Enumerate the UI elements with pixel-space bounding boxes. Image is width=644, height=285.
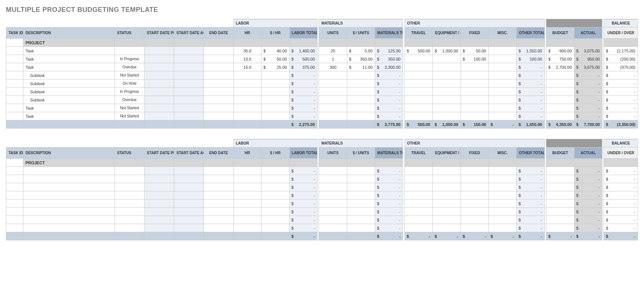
cell[interactable]: 7,700.00 <box>574 120 602 129</box>
cell[interactable]: - <box>546 232 574 240</box>
cell[interactable]: - <box>574 183 602 191</box>
cell[interactable]: 150.00 <box>461 120 488 129</box>
hr-cell[interactable] <box>233 80 261 88</box>
cell[interactable] <box>461 104 488 112</box>
taskid-cell[interactable] <box>6 55 23 63</box>
cell[interactable]: - <box>604 104 638 112</box>
cell[interactable]: - <box>289 175 317 183</box>
cell[interactable]: - <box>517 200 544 208</box>
cell[interactable]: - <box>574 232 602 240</box>
cell[interactable]: - <box>517 104 544 112</box>
start-actual-cell[interactable] <box>174 96 204 104</box>
cell[interactable] <box>488 80 516 88</box>
units-cell[interactable] <box>319 96 347 104</box>
start-planned-cell[interactable] <box>144 88 174 96</box>
description-cell[interactable] <box>23 208 115 216</box>
cell[interactable] <box>347 112 375 120</box>
cell[interactable] <box>546 175 574 183</box>
cell[interactable]: - <box>604 88 638 96</box>
start-planned-cell[interactable] <box>144 47 174 55</box>
cell[interactable] <box>461 200 488 208</box>
hr-cell[interactable] <box>233 224 261 232</box>
status-cell[interactable]: Complete <box>115 47 144 55</box>
start-actual-cell[interactable] <box>174 63 204 71</box>
cell[interactable] <box>461 112 488 120</box>
cell[interactable] <box>461 183 488 191</box>
cell[interactable]: - <box>375 232 403 240</box>
description-cell[interactable] <box>23 183 115 191</box>
start-actual-cell[interactable] <box>174 167 204 175</box>
cell[interactable]: 1,550.00 <box>517 47 544 55</box>
cell[interactable]: - <box>433 232 461 240</box>
cell[interactable]: - <box>289 88 317 96</box>
hr-cell[interactable]: 15.0 <box>233 63 261 71</box>
cell[interactable] <box>261 167 289 175</box>
cell[interactable]: - <box>517 63 544 71</box>
hr-cell[interactable] <box>233 175 261 183</box>
start-actual-cell[interactable] <box>174 200 204 208</box>
status-cell[interactable] <box>115 175 144 183</box>
description-cell[interactable] <box>23 175 115 183</box>
cell[interactable]: - <box>604 224 638 232</box>
taskid-cell[interactable] <box>6 80 23 88</box>
status-cell[interactable] <box>115 167 144 175</box>
cell[interactable] <box>546 200 574 208</box>
cell[interactable] <box>433 88 461 96</box>
cell[interactable] <box>433 80 461 88</box>
start-actual-cell[interactable] <box>174 183 204 191</box>
start-planned-cell[interactable] <box>144 80 174 88</box>
cell[interactable] <box>261 96 289 104</box>
hr-cell[interactable] <box>233 167 261 175</box>
cell[interactable] <box>404 71 432 80</box>
cell[interactable] <box>433 191 461 200</box>
cell[interactable]: - <box>517 167 544 175</box>
units-cell[interactable] <box>319 167 347 175</box>
cell[interactable] <box>347 224 375 232</box>
start-actual-cell[interactable] <box>174 80 204 88</box>
end-date-cell[interactable] <box>204 167 233 175</box>
cell[interactable] <box>461 71 488 80</box>
cell[interactable] <box>488 208 516 216</box>
hr-cell[interactable] <box>233 88 261 96</box>
taskid-cell[interactable] <box>6 104 23 112</box>
description-cell[interactable] <box>23 216 115 224</box>
cell[interactable]: - <box>375 224 403 232</box>
cell[interactable]: - <box>517 88 544 96</box>
cell[interactable]: - <box>604 208 638 216</box>
hr-cell[interactable] <box>233 183 261 191</box>
cell[interactable] <box>546 208 574 216</box>
description-cell[interactable] <box>23 167 115 175</box>
status-cell[interactable]: Not Started <box>115 112 144 120</box>
status-cell[interactable] <box>115 183 144 191</box>
cell[interactable]: - <box>574 80 602 88</box>
description-cell[interactable] <box>23 191 115 200</box>
cell[interactable] <box>433 167 461 175</box>
cell[interactable] <box>261 224 289 232</box>
end-date-cell[interactable] <box>204 191 233 200</box>
cell[interactable]: 3,075.00 <box>574 47 602 55</box>
cell[interactable] <box>461 175 488 183</box>
cell[interactable]: - <box>604 232 638 240</box>
cell[interactable] <box>347 216 375 224</box>
cell[interactable] <box>546 88 574 96</box>
cell[interactable]: - <box>574 104 602 112</box>
start-planned-cell[interactable] <box>144 224 174 232</box>
status-cell[interactable] <box>115 200 144 208</box>
cell[interactable]: 50.00 <box>261 55 289 63</box>
cell[interactable]: - <box>375 200 403 208</box>
cell[interactable]: - <box>461 232 488 240</box>
cell[interactable]: - <box>517 80 544 88</box>
cell[interactable]: - <box>574 88 602 96</box>
cell[interactable] <box>347 80 375 88</box>
end-date-cell[interactable] <box>204 80 233 88</box>
taskid-cell[interactable] <box>6 224 23 232</box>
status-cell[interactable]: On Hold <box>115 80 144 88</box>
start-actual-cell[interactable] <box>174 47 204 55</box>
description-cell[interactable] <box>23 200 115 208</box>
taskid-cell[interactable] <box>6 208 23 216</box>
cell[interactable]: - <box>375 88 403 96</box>
cell[interactable]: 40.00 <box>261 47 289 55</box>
hr-cell[interactable] <box>233 216 261 224</box>
cell[interactable]: 100.00 <box>461 55 488 63</box>
cell[interactable] <box>347 104 375 112</box>
